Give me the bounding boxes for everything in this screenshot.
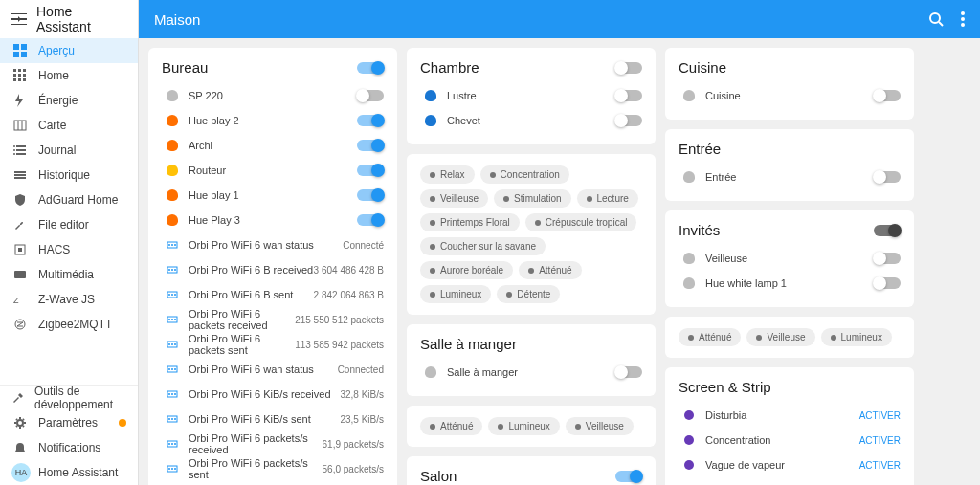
activate-button[interactable]: ACTIVER (859, 410, 901, 421)
sidebar-item-outils-de-développement[interactable]: Outils de développement (0, 386, 138, 410)
light-row[interactable]: Veilleuse (679, 246, 901, 271)
toggle-switch[interactable] (874, 277, 901, 289)
light-row[interactable]: Hue play 2 (162, 108, 384, 133)
sensor-row[interactable]: Orbi Pro WiFi 6 B sent2 842 064 863 B (162, 282, 384, 307)
toggle-switch[interactable] (874, 253, 901, 264)
scene-chip[interactable]: Atténué (679, 328, 741, 346)
sidebar-item-historique[interactable]: Historique (0, 163, 138, 187)
light-row[interactable]: Hue play 1 (162, 183, 384, 208)
scene-chip[interactable]: Relax (420, 165, 475, 184)
toggle-switch[interactable] (874, 90, 901, 101)
sidebar-item-énergie[interactable]: Énergie (0, 88, 138, 113)
sidebar-item-label: Paramètres (38, 416, 98, 430)
scene-chip[interactable]: Atténué (420, 417, 482, 435)
toggle-switch[interactable] (357, 214, 384, 226)
bell-icon (11, 441, 29, 454)
light-row[interactable]: Lustre (420, 83, 642, 108)
svg-point-64 (171, 468, 173, 470)
light-row[interactable]: Cuisine (679, 83, 901, 108)
nav-main: AperçuHomeÉnergieCarteJournalHistoriqueA… (0, 38, 138, 385)
scene-chip[interactable]: Veilleuse (420, 189, 488, 208)
scene-chip[interactable]: Atténué (519, 261, 581, 279)
scene-chip[interactable]: Veilleuse (746, 328, 814, 346)
toggle-switch[interactable] (615, 115, 642, 126)
toggle-switch[interactable] (615, 62, 642, 74)
sensor-label: Orbi Pro WiFi 6 KiB/s received (189, 388, 340, 400)
sidebar-item-zigbee2mqtt[interactable]: Zigbee2MQTT (0, 312, 138, 337)
scene-chip[interactable]: Stimulation (494, 189, 570, 208)
light-row[interactable]: Entrée (679, 165, 901, 189)
sidebar-item-journal[interactable]: Journal (0, 138, 138, 163)
card-title: Cuisine (679, 59, 726, 76)
scene-chip[interactable]: Coucher sur la savane (420, 237, 546, 255)
sidebar-item-file-editor[interactable]: File editor (0, 212, 138, 237)
svg-point-32 (171, 269, 173, 271)
toggle-switch[interactable] (357, 189, 384, 201)
scene-row[interactable]: DisturbiaACTIVER (679, 403, 901, 428)
toggle-switch[interactable] (357, 115, 384, 126)
sensor-row[interactable]: Orbi Pro WiFi 6 wan statusConnecté (162, 232, 384, 257)
sidebar-item-carte[interactable]: Carte (0, 113, 138, 138)
light-row[interactable]: Chevet (420, 108, 642, 133)
sidebar-item-adguard-home[interactable]: AdGuard Home (0, 187, 138, 212)
sidebar-item-label: HACS (38, 243, 70, 256)
sensor-value: 3 604 486 428 B (314, 265, 384, 276)
toggle-switch[interactable] (357, 62, 384, 74)
toggle-switch[interactable] (615, 90, 642, 101)
menu-icon[interactable] (11, 13, 27, 25)
sensor-row[interactable]: Orbi Pro WiFi 6 packets/s sent56,0 packe… (162, 456, 384, 481)
search-icon[interactable] (928, 11, 944, 27)
toggle-switch[interactable] (357, 165, 384, 176)
sensor-row[interactable]: Orbi Pro WiFi 6 packets received215 550 … (162, 307, 384, 332)
light-row[interactable]: Hue Play 3 (162, 208, 384, 232)
scene-chip[interactable]: Crépuscule tropical (525, 213, 637, 231)
scene-row[interactable]: Vague de vapeurACTIVER (679, 452, 901, 477)
sidebar-item-home[interactable]: Home (0, 63, 138, 88)
scene-chip[interactable]: Détente (497, 285, 560, 303)
light-row[interactable]: Hue white lamp 1 (679, 271, 901, 296)
bulb-icon (425, 90, 436, 101)
activate-button[interactable]: ACTIVER (859, 460, 901, 471)
svg-point-63 (168, 468, 170, 470)
toggle-switch[interactable] (874, 225, 901, 236)
sidebar-item-label: Historique (38, 168, 90, 182)
scene-chip[interactable]: Concentration (480, 165, 569, 184)
sidebar-item-z-wave-js[interactable]: ZZ-Wave JS (0, 287, 138, 312)
sidebar-item-hacs[interactable]: HACS (0, 237, 138, 262)
sidebar-item-multimédia[interactable]: Multimédia (0, 262, 138, 287)
activate-button[interactable]: ACTIVER (859, 435, 901, 446)
bulb-icon (167, 165, 178, 176)
toggle-switch[interactable] (615, 471, 642, 482)
light-row[interactable]: Archi (162, 133, 384, 158)
sidebar-item-home-assistant[interactable]: HAHome Assistant (0, 460, 138, 485)
scene-chip[interactable]: Veilleuse (566, 417, 634, 435)
sidebar-item-notifications[interactable]: Notifications (0, 435, 138, 460)
scene-chip[interactable]: Lumineux (420, 285, 491, 303)
sensor-row[interactable]: Orbi Pro WiFi 6 packets/s received61,9 p… (162, 431, 384, 456)
sidebar-item-aperçu[interactable]: Aperçu (0, 38, 138, 63)
sensor-row[interactable]: Orbi Pro WiFi 6 wan statusConnected (162, 357, 384, 382)
svg-point-59 (168, 443, 170, 445)
toggle-switch[interactable] (874, 171, 901, 183)
sensor-row[interactable]: Orbi Pro WiFi 6 packets sent113 585 942 … (162, 332, 384, 357)
scene-chip[interactable]: Lumineux (821, 328, 892, 346)
sensor-row[interactable]: Orbi Pro WiFi 6 KiB/s received32,8 KiB/s (162, 382, 384, 407)
overflow-icon[interactable] (961, 11, 965, 27)
light-row[interactable]: Routeur (162, 158, 384, 183)
light-row[interactable]: SP 220 (162, 83, 384, 108)
sensor-row[interactable]: Orbi Pro WiFi 6 B received3 604 486 428 … (162, 257, 384, 282)
scene-row[interactable]: Planète bleueACTIVER (679, 477, 901, 485)
scene-row[interactable]: ConcentrationACTIVER (679, 428, 901, 452)
toggle-switch[interactable] (357, 140, 384, 151)
scene-chip[interactable]: Printemps Floral (420, 213, 520, 231)
scene-chip[interactable]: Lumineux (488, 417, 559, 435)
scene-chip[interactable]: Lecture (577, 189, 638, 208)
light-row[interactable]: Salle à manger (420, 360, 642, 385)
sensor-row[interactable]: Orbi Pro WiFi 6 KiB/s sent23,5 KiB/s (162, 407, 384, 431)
scene-chip[interactable]: Aurore boréale (420, 261, 513, 279)
svg-point-48 (171, 368, 173, 370)
sidebar-item-paramètres[interactable]: Paramètres (0, 410, 138, 435)
toggle-switch[interactable] (357, 90, 384, 101)
toggle-switch[interactable] (615, 366, 642, 378)
card-invites-scenes: AtténuéVeilleuseLumineux (665, 317, 914, 358)
